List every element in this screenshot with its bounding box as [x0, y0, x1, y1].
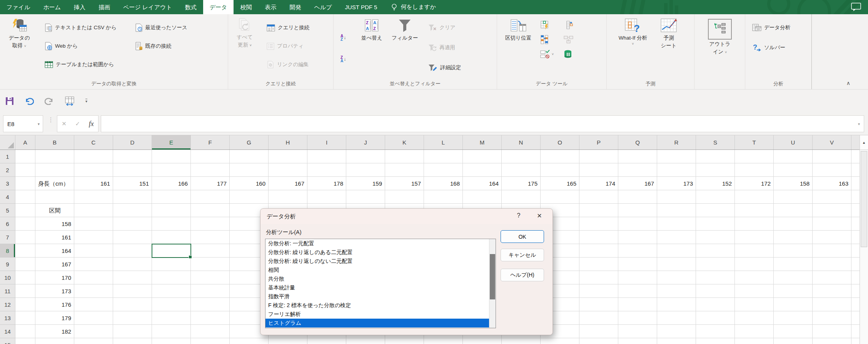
grid-cell[interactable] [15, 258, 35, 271]
manage-data-model-icon[interactable] [564, 50, 572, 59]
grid-cell[interactable] [774, 271, 813, 284]
grid-cell[interactable] [618, 231, 657, 244]
grid-cell[interactable] [74, 150, 113, 163]
grid-cell[interactable] [74, 258, 113, 271]
grid-cell[interactable] [813, 217, 851, 231]
column-header[interactable]: M [463, 135, 502, 150]
column-header[interactable]: I [307, 135, 346, 150]
dialog-close-icon[interactable]: ✕ [535, 212, 544, 219]
grid-cell[interactable] [152, 258, 191, 271]
column-header[interactable]: A [15, 135, 35, 150]
grid-cell[interactable] [74, 177, 113, 190]
grid-cell[interactable] [113, 244, 152, 258]
grid-cell[interactable] [35, 217, 74, 231]
formula-input[interactable]: ▾ [101, 115, 864, 132]
grid-cell[interactable] [696, 217, 735, 231]
comment-icon[interactable] [851, 3, 861, 12]
grid-cell[interactable] [813, 338, 851, 344]
grid-cell[interactable] [35, 338, 74, 344]
grid-cell[interactable] [657, 325, 696, 338]
grid-cell[interactable] [74, 271, 113, 284]
grid-cell[interactable] [74, 244, 113, 258]
get-data-button[interactable]: データの 取得 ˅ [5, 14, 33, 49]
ok-button[interactable]: OK [501, 230, 544, 243]
sheet-vertical-scrollbar[interactable]: ▲ [860, 135, 868, 344]
column-header[interactable]: G [230, 135, 269, 150]
grid-cell[interactable] [74, 190, 113, 204]
select-all-corner[interactable] [0, 135, 15, 150]
grid-cell[interactable] [74, 325, 113, 338]
text-to-columns-button[interactable]: 区切り位置 [502, 14, 535, 41]
relationships-icon[interactable] [564, 35, 574, 44]
grid-cell[interactable] [618, 217, 657, 231]
column-header[interactable]: J [346, 135, 385, 150]
grid-cell[interactable] [346, 190, 385, 204]
grid-cell[interactable] [735, 217, 774, 231]
grid-cell[interactable] [579, 271, 618, 284]
grid-cell[interactable] [385, 163, 424, 177]
reapply-filter-button[interactable]: 再適用 [427, 42, 462, 53]
grid-cell[interactable] [346, 177, 385, 190]
grid-cell[interactable] [113, 338, 152, 344]
tell-me-box[interactable]: 何をしますか [391, 0, 436, 14]
grid-cell[interactable] [774, 177, 813, 190]
grid-cell[interactable] [191, 284, 230, 298]
grid-cell[interactable] [463, 190, 502, 204]
grid-cell[interactable] [230, 177, 269, 190]
grid-cell[interactable] [657, 311, 696, 325]
grid-cell[interactable] [618, 271, 657, 284]
grid-cell[interactable] [774, 231, 813, 244]
dialog-list-scrollbar[interactable] [489, 239, 496, 328]
grid-cell[interactable] [152, 217, 191, 231]
grid-cell[interactable] [113, 258, 152, 271]
grid-cell[interactable] [191, 244, 230, 258]
grid-cell[interactable] [579, 298, 618, 311]
save-icon[interactable] [5, 97, 14, 105]
grid-cell[interactable] [113, 311, 152, 325]
insert-function-icon[interactable]: fx [89, 120, 94, 128]
grid-cell[interactable] [541, 177, 579, 190]
ribbon-tab[interactable]: 校閲 [234, 0, 258, 14]
grid-cell[interactable] [813, 325, 851, 338]
grid-cell[interactable] [191, 163, 230, 177]
column-header[interactable]: Q [618, 135, 657, 150]
collapse-ribbon-button[interactable]: ∧ [846, 80, 850, 86]
formula-bar-expand-icon[interactable]: ▾ [858, 122, 864, 126]
analysis-tool-item[interactable]: 分散分析: 一元配置 [265, 239, 490, 248]
grid-cell[interactable] [502, 177, 541, 190]
row-header[interactable]: 1 [0, 150, 15, 163]
grid-cell[interactable] [191, 190, 230, 204]
grid-cell[interactable] [191, 177, 230, 190]
grid-cell[interactable] [74, 298, 113, 311]
grid-cell[interactable] [579, 244, 618, 258]
grid-cell[interactable] [696, 298, 735, 311]
grid-cell[interactable] [541, 163, 579, 177]
grid-cell[interactable] [113, 298, 152, 311]
grid-cell[interactable] [502, 338, 541, 344]
grid-cell[interactable] [696, 244, 735, 258]
grid-cell[interactable] [774, 190, 813, 204]
grid-cell[interactable] [735, 311, 774, 325]
grid-cell[interactable] [618, 244, 657, 258]
existing-connections-button[interactable]: 既存の接続 [134, 40, 189, 52]
grid-cell[interactable] [385, 338, 424, 344]
edit-links-button[interactable]: リンクの編集 [265, 59, 311, 70]
grid-cell[interactable] [618, 190, 657, 204]
grid-cell[interactable] [15, 298, 35, 311]
column-header[interactable]: C [74, 135, 113, 150]
grid-cell[interactable] [579, 190, 618, 204]
grid-cell[interactable] [618, 311, 657, 325]
grid-cell[interactable] [696, 231, 735, 244]
column-header[interactable]: H [269, 135, 307, 150]
grid-cell[interactable] [657, 284, 696, 298]
row-header[interactable]: 15 [0, 338, 15, 344]
grid-cell[interactable] [230, 190, 269, 204]
qat-customize-dropdown[interactable]: ▾ [85, 99, 87, 103]
grid-cell[interactable] [813, 298, 851, 311]
grid-cell[interactable] [113, 231, 152, 244]
grid-cell[interactable] [15, 204, 35, 217]
cancel-button[interactable]: キャンセル [501, 249, 544, 261]
grid-cell[interactable] [424, 163, 463, 177]
grid-cell[interactable] [774, 338, 813, 344]
grid-cell[interactable] [424, 177, 463, 190]
